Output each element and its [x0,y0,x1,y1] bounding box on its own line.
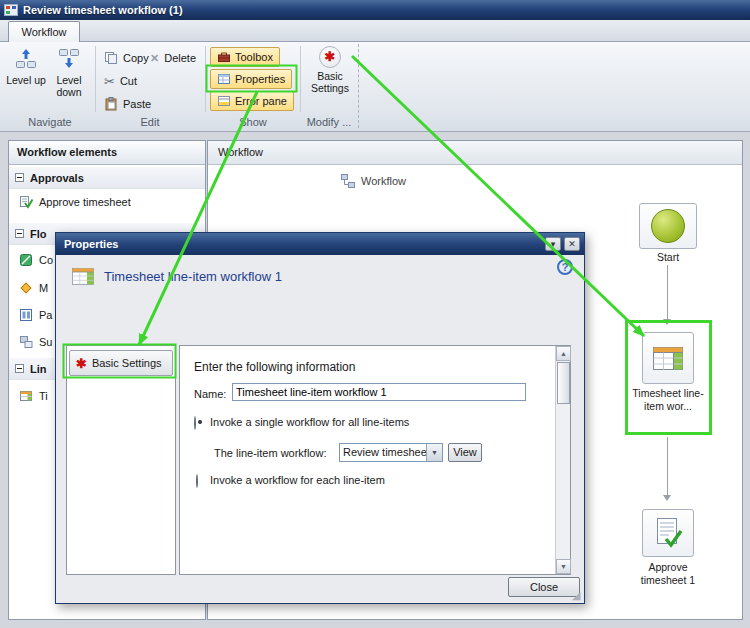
dialog-scrollbar[interactable]: ▲ ▼ [555,346,570,574]
properties-button[interactable]: Properties [210,69,292,89]
basic-settings-nav-label: Basic Settings [92,357,162,369]
manual-decision-icon [19,281,33,295]
title-bar: Review timesheet workflow (1) [0,0,750,20]
collapse-icon[interactable] [15,364,24,373]
cut-icon: ✂ [104,74,115,89]
delete-button[interactable]: ✕ Delete [150,49,196,67]
radio-each-label[interactable]: Invoke a workflow for each line-item [210,474,385,486]
dialog-title-bar[interactable]: Properties ▾ ✕ [56,233,584,255]
edit-group-label: Edit [96,116,204,128]
toolbox-button[interactable]: Toolbox [210,47,280,67]
toolbox-label: Toolbox [235,51,273,63]
connector-line [667,265,668,319]
dialog-menu-button[interactable]: ▾ [545,237,561,251]
instruction-text: Enter the following information [194,360,355,374]
required-asterisk-icon: ✱ [76,356,87,371]
timesheet-node-label: Timesheet line-item wor... [626,387,710,413]
approve-check-icon [653,516,683,550]
error-pane-icon [217,94,231,108]
basic-settings-ribbon-button[interactable]: ✱ Basic Settings [304,46,356,112]
ribbon-tab-strip [0,20,750,42]
copy-button[interactable]: Copy [104,49,149,67]
approve-timesheet-node[interactable] [642,509,694,557]
show-group-label: Show [206,116,300,128]
manual-decision-label: M [39,282,48,294]
dialog-header-title: Timesheet line-item workflow 1 [104,269,282,284]
help-icon[interactable]: ? [557,259,573,275]
dropdown-arrow-icon[interactable]: ▼ [426,444,442,461]
cut-button[interactable]: ✂ Cut [104,72,137,90]
dialog-close-icon[interactable]: ✕ [564,237,580,251]
start-node[interactable] [639,203,697,249]
error-pane-label: Error pane [235,95,287,107]
tab-workflow[interactable]: Workflow [8,21,80,42]
dropdown-value: Review timesheet [340,444,426,461]
timesheet-lineitem-label: Ti [39,390,48,402]
cut-label: Cut [120,75,137,87]
scroll-up-button[interactable]: ▲ [556,346,571,361]
copy-label: Copy [123,52,149,64]
level-up-button[interactable]: Level up [6,46,46,112]
radio-single-label[interactable]: Invoke a single workflow for all line-it… [210,416,409,428]
delete-icon: ✕ [150,52,159,65]
subworkflow-icon [19,335,33,349]
sidebar-section-approvals[interactable]: Approvals [9,167,205,189]
application-window: Review timesheet workflow (1) Workflow L… [0,0,750,628]
dialog-header-icon [70,263,96,289]
delete-label: Delete [164,52,196,64]
subworkflow-label: Su [39,336,52,348]
connector-line [667,437,668,495]
basic-settings-ribbon-label: Basic Settings [305,70,355,94]
close-button[interactable]: Close [508,577,580,597]
collapse-icon[interactable] [15,173,24,182]
lineitem-table-icon [19,389,33,403]
scroll-down-button[interactable]: ▼ [556,559,571,574]
parallel-icon [19,308,33,322]
breadcrumb[interactable]: Workflow [208,141,742,165]
level-down-button[interactable]: Level down [46,46,92,112]
dialog-nav-panel [66,345,176,575]
workflow-elements-header: Workflow elements [9,141,205,165]
radio-single-workflow[interactable] [194,416,196,430]
modify-group-label: Modify ... [298,116,360,128]
approval-icon [19,195,33,209]
sidebar-item-approve-timesheet[interactable]: Approve timesheet [9,191,205,213]
resize-grip[interactable]: ◢ [572,589,580,602]
line-item-workflow-dropdown[interactable]: Review timesheet ▼ [339,443,443,462]
properties-dialog: Properties ▾ ✕ Timesheet line-item workf… [55,232,585,604]
group-separator [95,46,96,112]
connector-arrowhead [663,319,671,325]
approvals-section-label: Approvals [30,172,84,184]
basic-settings-nav-button[interactable]: ✱ Basic Settings [69,350,173,376]
level-up-icon [13,46,39,72]
dialog-title: Properties [60,238,542,250]
name-input[interactable] [232,383,526,401]
paste-label: Paste [123,98,151,110]
group-separator [300,46,301,112]
collapse-icon[interactable] [15,229,24,238]
timesheet-lineitem-node[interactable] [642,332,694,384]
scrollbar-thumb[interactable] [557,362,570,404]
properties-label: Properties [235,73,285,85]
condition-icon [19,253,33,267]
start-node-label: Start [639,251,697,264]
paste-button[interactable]: Paste [104,95,151,113]
timesheet-table-icon [650,340,686,376]
radio-each-lineitem[interactable] [196,474,198,488]
condition-label: Co [39,254,53,266]
line-item-workflow-label: The line-item workflow: [214,447,326,459]
basic-settings-icon: ✱ [319,46,341,68]
paste-icon [104,97,118,111]
workflow-icon [340,173,356,189]
error-pane-button[interactable]: Error pane [210,91,294,111]
window-title: Review timesheet workflow (1) [23,4,183,16]
workflow-root-label[interactable]: Workflow [340,173,406,189]
view-button[interactable]: View [448,443,482,462]
approve-node-label: Approve timesheet 1 [626,561,710,587]
toolbox-icon [217,50,231,64]
level-down-label: Level down [46,74,92,98]
connector-arrowhead [663,495,671,501]
line-section-label: Lin [30,363,47,375]
dialog-content-panel: Enter the following information Name: In… [179,345,571,575]
app-icon [4,3,18,17]
